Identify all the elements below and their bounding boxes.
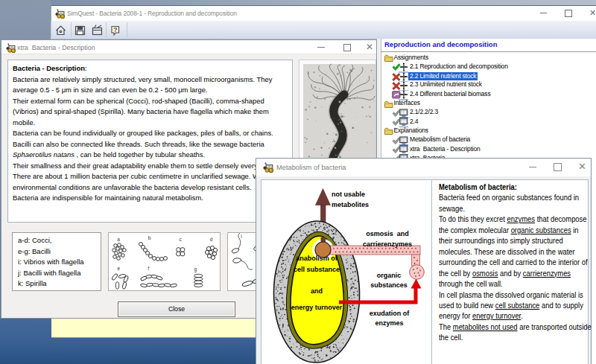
svg-text:not usable: not usable — [332, 191, 365, 198]
svg-text:metabolites: metabolites — [332, 201, 369, 208]
svg-text:and: and — [311, 287, 323, 295]
svg-text:exudation of: exudation of — [370, 310, 410, 317]
svg-text:i: i — [241, 234, 241, 239]
svg-text:f: f — [148, 266, 149, 271]
svg-text:?: ? — [113, 26, 117, 33]
svg-text:organic: organic — [377, 272, 402, 279]
svg-text:anabolism of: anabolism of — [296, 255, 338, 262]
svg-text:energy turnover: energy turnover — [291, 304, 343, 311]
svg-text:e: e — [118, 266, 121, 271]
svg-text:b: b — [148, 235, 151, 240]
svg-text:cell substance: cell substance — [294, 266, 340, 273]
svg-text:d: d — [210, 237, 213, 242]
svg-text:enzymes: enzymes — [375, 319, 403, 327]
svg-text:osmosis and: osmosis and — [366, 230, 409, 237]
svg-text:c: c — [179, 237, 182, 242]
svg-text:a: a — [117, 237, 120, 242]
svg-text:substances: substances — [370, 281, 408, 289]
svg-text:g: g — [194, 266, 197, 272]
svg-text:carrierenzymes: carrierenzymes — [363, 240, 412, 248]
